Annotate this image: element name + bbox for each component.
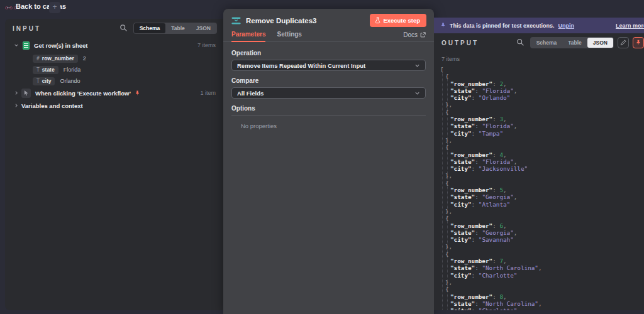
pin-icon (135, 90, 140, 96)
json-line: "row_number": 3, (440, 116, 644, 122)
input-view-tabs: Schema Table JSON (133, 23, 217, 34)
field-value: Florida (64, 67, 81, 73)
field-badge: # row_number (33, 55, 78, 63)
output-view-tabs: Schema Table JSON (530, 37, 614, 48)
json-line: }, (440, 172, 644, 179)
field-row-city[interactable]: T city Orlando (5, 75, 223, 87)
unpin-link[interactable]: Unpin (558, 23, 575, 29)
json-line: "city": "Jacksonville" (440, 165, 644, 172)
json-line: }, (440, 101, 644, 108)
pinned-banner-text: This data is pinned for test executions. (450, 23, 555, 29)
pin-banner-icon (440, 23, 446, 28)
options-label: Options (231, 105, 426, 112)
field-name: row_number (42, 55, 74, 62)
json-line: "state": "North Carolina", (440, 264, 644, 271)
pin-toggle-button[interactable] (633, 37, 644, 48)
json-line: { (440, 144, 644, 151)
json-line: "city": "Savannah" (440, 236, 644, 243)
json-line: { (440, 73, 644, 80)
json-line: { (440, 109, 644, 116)
flask-icon (375, 17, 380, 24)
output-search-icon[interactable] (516, 38, 525, 47)
output-panel: This data is pinned for test executions.… (434, 18, 644, 310)
chevron-right-icon[interactable] (13, 90, 20, 95)
json-line: "row_number": 5, (440, 187, 644, 193)
new-tab-button[interactable]: + (49, 2, 60, 13)
remove-duplicates-node-icon (231, 17, 241, 24)
field-row-row-number[interactable]: # row_number 2 (5, 53, 223, 64)
pencil-icon (620, 40, 626, 46)
output-items-count: 7 items (434, 52, 644, 63)
tree-node-label: Get row(s) in sheet (34, 42, 88, 49)
chevron-down-icon[interactable] (13, 43, 20, 48)
node-panel-tabs: Parameters Settings Docs (223, 28, 434, 42)
input-schema-tree: Get row(s) in sheet 7 items # row_number… (5, 38, 223, 112)
json-line: "state": "Georgia", (440, 193, 644, 200)
node-title: Remove Duplicates3 (246, 17, 317, 24)
compare-value: All Fields (237, 90, 264, 97)
chevron-down-icon (414, 63, 420, 68)
json-line: "state": "North Carolina", (440, 300, 644, 307)
cursor-icon (21, 89, 31, 98)
type-string-icon: T (36, 67, 40, 73)
output-panel-title: OUTPUT (441, 40, 479, 46)
compare-select[interactable]: All Fields (231, 87, 426, 99)
operation-select[interactable]: Remove Items Repeated Within Current Inp… (231, 60, 426, 71)
chevron-right-icon[interactable] (13, 103, 20, 108)
input-tab-schema[interactable]: Schema (134, 23, 166, 33)
output-panel-header: OUTPUT Schema Table JSON (434, 33, 644, 52)
tree-node-label: Variables and context (21, 102, 83, 109)
output-tab-schema[interactable]: Schema (531, 38, 563, 48)
json-line: { (440, 180, 644, 187)
input-search-icon[interactable] (119, 24, 128, 33)
json-view[interactable]: [{"row_number": 2,"state": "Florida","ci… (434, 63, 644, 310)
operation-label: Operation (231, 50, 426, 57)
type-string-icon: T (36, 78, 40, 84)
external-link-icon (420, 32, 426, 38)
json-line: "state": "Florida", (440, 122, 644, 129)
docs-label: Docs (403, 31, 418, 38)
options-divider (231, 115, 426, 116)
node-settings-panel: Remove Duplicates3 Execute step Paramete… (223, 9, 434, 314)
execute-step-label: Execute step (383, 17, 420, 24)
json-line: "state": "Florida", (440, 87, 644, 94)
json-line: }, (440, 279, 644, 286)
field-value: Orlando (60, 78, 80, 84)
chevron-down-icon (414, 90, 420, 96)
output-tab-table[interactable]: Table (562, 38, 587, 48)
json-line: "row_number": 8, (440, 293, 644, 300)
json-line: { (440, 215, 644, 222)
tree-node-sheet[interactable]: Get row(s) in sheet 7 items (5, 38, 223, 53)
field-row-state[interactable]: T state Florida (5, 64, 223, 75)
input-tab-table[interactable]: Table (165, 23, 191, 33)
field-badge: T city (33, 77, 55, 85)
tree-node-label: When clicking ’Execute workflow’ (35, 90, 131, 97)
back-arrow-icon: ← (6, 3, 13, 10)
field-name: city (42, 78, 52, 84)
field-name: state (42, 67, 55, 73)
no-properties-text: No properties (231, 122, 426, 129)
input-tab-json[interactable]: JSON (191, 23, 216, 33)
json-line: { (440, 286, 644, 293)
edit-output-button[interactable] (618, 37, 629, 48)
node-panel-header: Remove Duplicates3 Execute step (223, 9, 434, 28)
json-line: "city": "Tampa" (440, 130, 644, 137)
google-sheets-icon (23, 41, 30, 50)
docs-link[interactable]: Docs (403, 31, 426, 38)
type-number-icon: # (36, 56, 40, 62)
learn-more-link[interactable]: Learn more (616, 23, 644, 29)
json-line: "city": "Charlotte" (440, 307, 644, 310)
input-panel-header: INPUT Schema Table JSON (5, 19, 223, 38)
json-line: "city": "Atlanta" (440, 201, 644, 208)
tab-settings[interactable]: Settings (277, 28, 301, 42)
json-line: }, (440, 208, 644, 215)
output-tab-json[interactable]: JSON (587, 38, 613, 48)
tree-node-trigger[interactable]: When clicking ’Execute workflow’ 1 item (5, 87, 223, 99)
tab-parameters[interactable]: Parameters (231, 28, 265, 42)
json-line: [ (440, 66, 644, 73)
node-parameters-body: Operation Remove Items Repeated Within C… (223, 42, 434, 129)
pinned-data-banner: This data is pinned for test executions.… (434, 18, 644, 33)
tree-node-count: 1 item (200, 90, 216, 96)
tree-node-variables[interactable]: Variables and context (5, 99, 223, 112)
execute-step-button[interactable]: Execute step (370, 14, 426, 27)
